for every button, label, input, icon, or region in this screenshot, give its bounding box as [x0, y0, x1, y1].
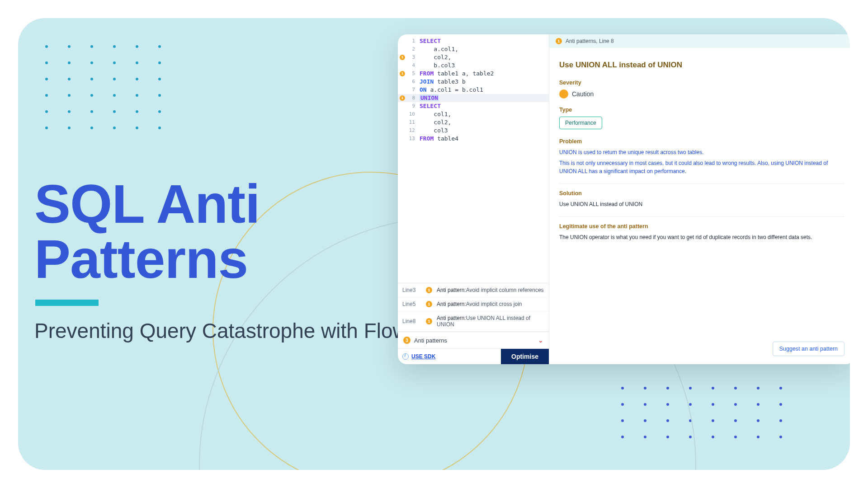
gutter: 9 — [398, 102, 419, 110]
code-text: col1, — [419, 110, 549, 118]
code-line[interactable]: 2 a.col1, — [398, 45, 549, 53]
gutter: 10 — [398, 110, 419, 118]
gutter: 1 — [398, 37, 419, 45]
severity-label: Severity — [559, 80, 844, 86]
legitimate-use-text: The UNION operator is what you need if y… — [559, 233, 844, 241]
accent-bar — [35, 300, 99, 306]
gutter: 4 — [398, 61, 419, 70]
code-text: FROM table1 a, table2 — [419, 70, 549, 78]
issue-line-number: Line8 — [402, 318, 421, 324]
issue-row[interactable]: Line51Anti pattern:Avoid implicit cross … — [398, 297, 549, 311]
severity-value: Caution — [572, 90, 594, 98]
code-line[interactable]: 31 col2, — [398, 53, 549, 61]
code-text: col2, — [419, 53, 549, 61]
code-text: SELECT — [419, 37, 549, 45]
hero-card: SQL Anti Patterns Preventing Query Catas… — [18, 18, 850, 470]
optimise-button[interactable]: Optimise — [501, 349, 549, 364]
code-text: FROM table4 — [419, 135, 549, 143]
warning-marker-icon[interactable]: 1 — [400, 95, 405, 101]
code-text: a.col1, — [419, 45, 549, 53]
issue-line-number: Line5 — [402, 301, 421, 307]
code-line[interactable]: 7ON a.col1 = b.col1 — [398, 86, 549, 94]
title-line-1: SQL Anti — [34, 174, 260, 234]
code-text: col2, — [419, 118, 549, 127]
warning-icon: 1 — [556, 38, 562, 44]
issues-summary[interactable]: 3 Anti patterns ⌄ — [398, 332, 549, 348]
use-sdk-label: USE SDK — [411, 353, 435, 360]
code-line[interactable]: 51FROM table1 a, table2 — [398, 70, 549, 78]
warning-icon: 1 — [426, 287, 432, 293]
sql-editor[interactable]: 1SELECT2 a.col1,31 col2,4 b.col351FROM t… — [398, 34, 549, 283]
warning-marker-icon[interactable]: 1 — [400, 55, 405, 60]
code-line[interactable]: 11 col2, — [398, 118, 549, 127]
info-icon — [402, 353, 409, 360]
code-line[interactable]: 6JOIN table3 b — [398, 78, 549, 86]
issues-summary-label: Anti patterns — [414, 337, 447, 344]
use-sdk-link[interactable]: USE SDK — [398, 349, 501, 364]
gutter: 6 — [398, 78, 419, 86]
code-line[interactable]: 4 b.col3 — [398, 61, 549, 70]
code-line[interactable]: 9SELECT — [398, 102, 549, 110]
severity-dot-icon — [559, 89, 568, 99]
suggest-anti-pattern-button[interactable]: Suggest an anti pattern — [773, 342, 844, 356]
detail-heading: Use UNION ALL instead of UNION — [559, 61, 844, 70]
code-line[interactable]: 13FROM table4 — [398, 135, 549, 143]
problem-label: Problem — [559, 138, 844, 145]
code-text: UNION — [419, 94, 549, 102]
code-line[interactable]: 81UNION — [398, 94, 549, 102]
issue-list: Line31Anti pattern:Avoid implicit column… — [398, 283, 549, 332]
analyser-panel: 1SELECT2 a.col1,31 col2,4 b.col351FROM t… — [398, 34, 850, 364]
breadcrumb-text: Anti patterns, Line 8 — [566, 38, 614, 44]
breadcrumb: 1 Anti patterns, Line 8 — [549, 34, 850, 48]
code-line[interactable]: 12 col3 — [398, 127, 549, 135]
detail-pane: 1 Anti patterns, Line 8 Use UNION ALL in… — [549, 34, 850, 364]
code-text: col3 — [419, 127, 549, 135]
code-line[interactable]: 1SELECT — [398, 37, 549, 45]
type-label: Type — [559, 107, 844, 113]
chevron-down-icon: ⌄ — [538, 337, 543, 344]
legitimate-use-label: Legitimate use of the anti pattern — [559, 223, 844, 230]
section-divider — [559, 183, 844, 184]
code-line[interactable]: 10 col1, — [398, 110, 549, 118]
warning-marker-icon[interactable]: 1 — [400, 71, 405, 76]
code-text: ON a.col1 = b.col1 — [419, 86, 549, 94]
issue-text: Anti pattern:Avoid implicit cross join — [437, 301, 544, 307]
code-text: JOIN table3 b — [419, 78, 549, 86]
issue-text: Anti pattern:Use UNION ALL instead of UN… — [437, 315, 544, 328]
code-text: b.col3 — [419, 61, 549, 70]
left-pane: 1SELECT2 a.col1,31 col2,4 b.col351FROM t… — [398, 34, 549, 364]
solution-label: Solution — [559, 190, 844, 197]
warning-icon: 1 — [426, 318, 432, 324]
gutter: 7 — [398, 86, 419, 94]
dot-grid-top-left — [45, 45, 161, 129]
problem-paragraph-2: This is not only unnecessary in most cas… — [559, 159, 844, 175]
problem-paragraph-1: UNION is used to return the unique resul… — [559, 148, 844, 156]
issue-text: Anti pattern:Avoid implicit column refer… — [437, 287, 544, 293]
gutter: 31 — [398, 53, 419, 61]
issue-row[interactable]: Line81Anti pattern:Use UNION ALL instead… — [398, 311, 549, 332]
title-line-2: Patterns — [34, 229, 248, 289]
type-chip[interactable]: Performance — [559, 117, 602, 129]
gutter: 51 — [398, 70, 419, 78]
issue-row[interactable]: Line31Anti pattern:Avoid implicit column… — [398, 283, 549, 297]
issue-line-number: Line3 — [402, 287, 421, 293]
section-divider — [559, 216, 844, 217]
issue-count-badge: 3 — [403, 337, 410, 344]
gutter: 13 — [398, 135, 419, 143]
gutter: 81 — [398, 94, 419, 102]
solution-text: Use UNION ALL instead of UNION — [559, 200, 844, 208]
warning-icon: 1 — [426, 301, 432, 307]
gutter: 11 — [398, 118, 419, 127]
code-text: SELECT — [419, 102, 549, 110]
gutter: 2 — [398, 45, 419, 53]
gutter: 12 — [398, 127, 419, 135]
